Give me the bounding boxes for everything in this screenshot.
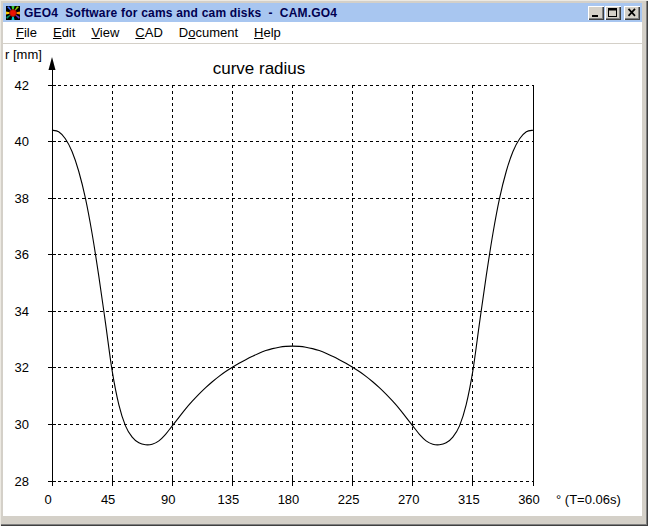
maximize-icon bbox=[608, 8, 618, 17]
chart-title: curve radius bbox=[213, 59, 306, 78]
y-tick-label: 36 bbox=[15, 247, 29, 262]
y-tick-label: 28 bbox=[15, 474, 29, 489]
maximize-button[interactable] bbox=[605, 6, 621, 20]
x-tick-label: 90 bbox=[161, 492, 175, 507]
x-tick-label: 360 bbox=[518, 492, 540, 507]
menu-help[interactable]: Help bbox=[246, 22, 289, 43]
chart-plot: 283032343638404204590135180225270315360 bbox=[15, 57, 540, 507]
y-tick-label: 34 bbox=[15, 304, 29, 319]
x-tick-label: 225 bbox=[338, 492, 360, 507]
x-tick-label: 135 bbox=[218, 492, 240, 507]
y-axis-unit-label: r [mm] bbox=[5, 47, 42, 62]
window-controls bbox=[588, 6, 640, 20]
app-icon bbox=[6, 6, 20, 20]
menu-document[interactable]: Document bbox=[171, 22, 246, 43]
menu-view[interactable]: View bbox=[83, 22, 127, 43]
y-axis-arrow bbox=[49, 57, 56, 70]
close-button[interactable] bbox=[624, 6, 640, 20]
menu-bar: File Edit View CAD Document Help bbox=[3, 22, 642, 44]
menu-file[interactable]: File bbox=[8, 22, 45, 43]
chart-canvas: curve radius r [mm] ° (T=0.06s) 28303234… bbox=[3, 44, 642, 516]
app-window: GEO4 Software for cams and cam disks - C… bbox=[0, 0, 648, 526]
x-tick-label: 0 bbox=[44, 492, 51, 507]
menu-cad[interactable]: CAD bbox=[127, 22, 170, 43]
y-tick-label: 42 bbox=[15, 78, 29, 93]
y-tick-label: 32 bbox=[15, 360, 29, 375]
x-axis-unit-label: ° (T=0.06s) bbox=[556, 492, 621, 507]
chart-area: curve radius r [mm] ° (T=0.06s) 28303234… bbox=[3, 44, 642, 516]
y-tick-label: 30 bbox=[15, 417, 29, 432]
y-tick-label: 38 bbox=[15, 191, 29, 206]
x-tick-label: 315 bbox=[458, 492, 480, 507]
minimize-button[interactable] bbox=[588, 6, 604, 20]
x-tick-label: 180 bbox=[278, 492, 300, 507]
close-icon bbox=[627, 8, 637, 17]
window-title: GEO4 Software for cams and cam disks - C… bbox=[24, 6, 588, 20]
y-tick-label: 40 bbox=[15, 134, 29, 149]
x-tick-label: 270 bbox=[398, 492, 420, 507]
x-tick-label: 45 bbox=[101, 492, 115, 507]
minimize-icon bbox=[591, 8, 601, 17]
menu-edit[interactable]: Edit bbox=[45, 22, 83, 43]
title-bar[interactable]: GEO4 Software for cams and cam disks - C… bbox=[3, 3, 642, 22]
